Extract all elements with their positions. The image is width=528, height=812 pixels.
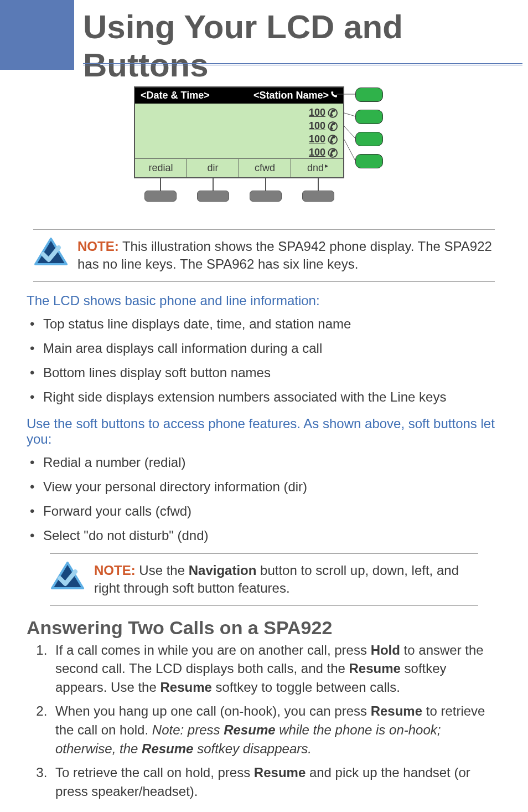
line-key-1 bbox=[355, 88, 383, 102]
note-body-bold: Navigation bbox=[189, 563, 257, 578]
lcd-main-area: 100✆ 100✆ 100✆ 100✆ bbox=[135, 104, 343, 159]
svg-line-2 bbox=[344, 126, 355, 138]
lcd-ext-3: 100 bbox=[309, 132, 325, 146]
list-item: Redial a number (redial) bbox=[27, 453, 501, 472]
note-block-1: NOTE: This illustration shows the SPA942… bbox=[33, 229, 495, 282]
line-keys bbox=[355, 88, 383, 176]
subheading-soft-buttons: Use the soft buttons to access phone fea… bbox=[27, 416, 501, 447]
bullet-list-b: Redial a number (redial) View your perso… bbox=[27, 453, 501, 546]
lcd-ext-4: 100 bbox=[309, 146, 325, 159]
note-label: NOTE: bbox=[94, 563, 136, 578]
checkmark-icon bbox=[33, 238, 69, 273]
list-item: Top status line displays date, time, and… bbox=[27, 314, 501, 334]
list-item: View your personal directory information… bbox=[27, 477, 501, 497]
lcd-softkey-redial: redial bbox=[135, 159, 187, 177]
list-item: Forward your calls (cfwd) bbox=[27, 501, 501, 521]
page-title: Using Your LCD and Buttons bbox=[83, 8, 528, 84]
line-key-3 bbox=[355, 132, 383, 146]
lcd-illustration: <Date & Time> <Station Name> 100✆ 100✆ 1… bbox=[134, 86, 394, 219]
note-label: NOTE: bbox=[77, 239, 119, 254]
banner-rule bbox=[83, 63, 522, 65]
lcd-status-bar: <Date & Time> <Station Name> bbox=[135, 88, 343, 104]
step-3: To retrieve the call on hold, press Resu… bbox=[51, 763, 501, 800]
lcd-ext-1: 100 bbox=[309, 106, 325, 119]
section-heading-answering: Answering Two Calls on a SPA922 bbox=[27, 617, 501, 639]
steps-list: If a call comes in while you are on anot… bbox=[27, 641, 501, 801]
lcd-softkey-dir: dir bbox=[187, 159, 239, 177]
note-block-2: NOTE: Use the Navigation button to scrol… bbox=[50, 553, 478, 606]
banner-color-tab bbox=[0, 0, 74, 70]
soft-button-row bbox=[134, 178, 344, 202]
bullet-list-a: Top status line displays date, time, and… bbox=[27, 314, 501, 407]
note-text: NOTE: Use the Navigation button to scrol… bbox=[94, 562, 478, 598]
note-body-pre: Use the bbox=[139, 563, 188, 578]
lcd-date-time: <Date & Time> bbox=[141, 90, 210, 101]
list-item: Select "do not disturb" (dnd) bbox=[27, 526, 501, 546]
soft-button bbox=[250, 191, 282, 202]
step-2: When you hang up one call (on-hook), you… bbox=[51, 702, 501, 758]
soft-button bbox=[144, 191, 177, 202]
soft-button bbox=[197, 191, 229, 202]
lcd-station-name: <Station Name> bbox=[253, 90, 329, 101]
page-banner: Using Your LCD and Buttons bbox=[0, 0, 528, 70]
step-1: If a call comes in while you are on anot… bbox=[51, 641, 501, 697]
line-key-2 bbox=[355, 110, 383, 124]
lcd-softkey-row: redial dir cfwd dnd▸ bbox=[135, 159, 343, 177]
soft-button bbox=[302, 191, 334, 202]
note-text: NOTE: This illustration shows the SPA942… bbox=[77, 238, 495, 274]
svg-line-3 bbox=[344, 140, 355, 161]
list-item: Right side displays extension numbers as… bbox=[27, 387, 501, 407]
list-item: Main area displays call information duri… bbox=[27, 338, 501, 358]
lcd-screen: <Date & Time> <Station Name> 100✆ 100✆ 1… bbox=[134, 86, 344, 178]
subheading-lcd-info: The LCD shows basic phone and line infor… bbox=[27, 293, 501, 309]
lcd-softkey-cfwd: cfwd bbox=[239, 159, 291, 177]
checkmark-icon bbox=[50, 562, 85, 597]
lcd-ext-2: 100 bbox=[309, 119, 325, 132]
line-key-4 bbox=[355, 154, 383, 168]
list-item: Bottom lines display soft button names bbox=[27, 363, 501, 383]
note-body: This illustration shows the SPA942 phone… bbox=[77, 239, 492, 271]
svg-line-1 bbox=[344, 113, 355, 116]
